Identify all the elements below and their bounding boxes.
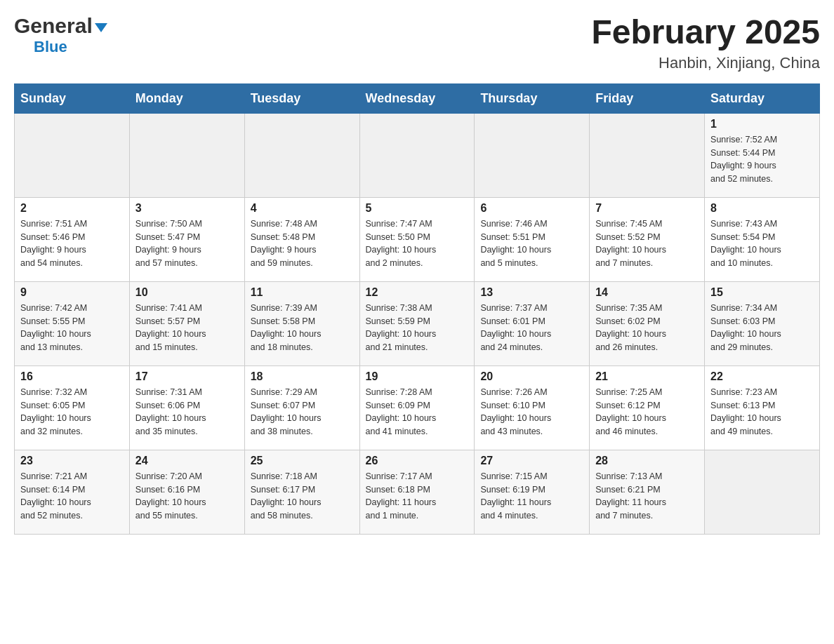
- day-info: Sunrise: 7:17 AM Sunset: 6:18 PM Dayligh…: [366, 470, 469, 523]
- day-info: Sunrise: 7:51 AM Sunset: 5:46 PM Dayligh…: [20, 217, 124, 270]
- calendar-cell: 26Sunrise: 7:17 AM Sunset: 6:18 PM Dayli…: [359, 450, 475, 534]
- calendar-cell: [244, 113, 359, 197]
- page-header: General Blue February 2025 Hanbin, Xinji…: [14, 14, 820, 72]
- day-number: 24: [135, 455, 239, 467]
- day-number: 22: [710, 370, 814, 383]
- day-info: Sunrise: 7:15 AM Sunset: 6:19 PM Dayligh…: [480, 470, 583, 523]
- calendar-cell: [590, 113, 705, 197]
- day-info: Sunrise: 7:31 AM Sunset: 6:06 PM Dayligh…: [135, 386, 239, 438]
- calendar-cell: 22Sunrise: 7:23 AM Sunset: 6:13 PM Dayli…: [705, 365, 820, 450]
- location-text: Hanbin, Xinjiang, China: [591, 54, 820, 72]
- day-info: Sunrise: 7:18 AM Sunset: 6:17 PM Dayligh…: [251, 470, 354, 523]
- day-number: 17: [135, 370, 239, 383]
- day-info: Sunrise: 7:32 AM Sunset: 6:05 PM Dayligh…: [20, 386, 124, 438]
- day-number: 15: [710, 286, 814, 299]
- day-number: 6: [480, 202, 583, 215]
- day-info: Sunrise: 7:46 AM Sunset: 5:51 PM Dayligh…: [480, 217, 583, 270]
- day-info: Sunrise: 7:35 AM Sunset: 6:02 PM Dayligh…: [595, 302, 699, 354]
- day-info: Sunrise: 7:50 AM Sunset: 5:47 PM Dayligh…: [135, 217, 239, 270]
- day-number: 1: [710, 118, 814, 130]
- calendar-cell: 11Sunrise: 7:39 AM Sunset: 5:58 PM Dayli…: [244, 281, 359, 365]
- calendar-week-2: 2Sunrise: 7:51 AM Sunset: 5:46 PM Daylig…: [15, 197, 820, 281]
- day-info: Sunrise: 7:39 AM Sunset: 5:58 PM Dayligh…: [251, 302, 354, 354]
- calendar-cell: 7Sunrise: 7:45 AM Sunset: 5:52 PM Daylig…: [590, 197, 705, 281]
- calendar-cell: 8Sunrise: 7:43 AM Sunset: 5:54 PM Daylig…: [705, 197, 820, 281]
- calendar-week-5: 23Sunrise: 7:21 AM Sunset: 6:14 PM Dayli…: [15, 450, 820, 534]
- calendar-cell: 20Sunrise: 7:26 AM Sunset: 6:10 PM Dayli…: [475, 365, 590, 450]
- day-info: Sunrise: 7:23 AM Sunset: 6:13 PM Dayligh…: [710, 386, 814, 438]
- day-info: Sunrise: 7:41 AM Sunset: 5:57 PM Dayligh…: [135, 302, 239, 354]
- calendar-cell: 18Sunrise: 7:29 AM Sunset: 6:07 PM Dayli…: [244, 365, 359, 450]
- day-number: 13: [480, 286, 583, 299]
- weekday-header-tuesday: Tuesday: [244, 83, 359, 113]
- calendar-cell: 16Sunrise: 7:32 AM Sunset: 6:05 PM Dayli…: [15, 365, 130, 450]
- logo-triangle-icon: [95, 23, 107, 32]
- day-number: 2: [20, 202, 124, 215]
- day-info: Sunrise: 7:52 AM Sunset: 5:44 PM Dayligh…: [710, 133, 814, 186]
- calendar-cell: [359, 113, 475, 197]
- calendar-cell: 27Sunrise: 7:15 AM Sunset: 6:19 PM Dayli…: [475, 450, 590, 534]
- day-number: 7: [595, 202, 699, 215]
- logo-blue-text: Blue: [14, 38, 67, 56]
- calendar-header: SundayMondayTuesdayWednesdayThursdayFrid…: [15, 83, 820, 113]
- weekday-header-monday: Monday: [129, 83, 244, 113]
- calendar-cell: 14Sunrise: 7:35 AM Sunset: 6:02 PM Dayli…: [590, 281, 705, 365]
- day-number: 8: [710, 202, 814, 215]
- weekday-header-friday: Friday: [590, 83, 705, 113]
- day-number: 4: [251, 202, 354, 215]
- day-number: 16: [20, 370, 124, 383]
- day-number: 27: [480, 455, 583, 467]
- day-info: Sunrise: 7:45 AM Sunset: 5:52 PM Dayligh…: [595, 217, 699, 270]
- day-number: 26: [366, 455, 469, 467]
- calendar-cell: 15Sunrise: 7:34 AM Sunset: 6:03 PM Dayli…: [705, 281, 820, 365]
- weekday-header-sunday: Sunday: [15, 83, 130, 113]
- day-info: Sunrise: 7:13 AM Sunset: 6:21 PM Dayligh…: [595, 470, 699, 523]
- weekday-header-wednesday: Wednesday: [359, 83, 475, 113]
- day-number: 14: [595, 286, 699, 299]
- calendar-cell: [475, 113, 590, 197]
- calendar-body: 1Sunrise: 7:52 AM Sunset: 5:44 PM Daylig…: [15, 113, 820, 534]
- calendar-week-3: 9Sunrise: 7:42 AM Sunset: 5:55 PM Daylig…: [15, 281, 820, 365]
- day-info: Sunrise: 7:29 AM Sunset: 6:07 PM Dayligh…: [251, 386, 354, 438]
- day-info: Sunrise: 7:34 AM Sunset: 6:03 PM Dayligh…: [710, 302, 814, 354]
- day-info: Sunrise: 7:21 AM Sunset: 6:14 PM Dayligh…: [20, 470, 124, 523]
- calendar-cell: 2Sunrise: 7:51 AM Sunset: 5:46 PM Daylig…: [15, 197, 130, 281]
- calendar-cell: 19Sunrise: 7:28 AM Sunset: 6:09 PM Dayli…: [359, 365, 475, 450]
- weekday-header-thursday: Thursday: [475, 83, 590, 113]
- day-number: 9: [20, 286, 124, 299]
- calendar-cell: 24Sunrise: 7:20 AM Sunset: 6:16 PM Dayli…: [129, 450, 244, 534]
- calendar-cell: 28Sunrise: 7:13 AM Sunset: 6:21 PM Dayli…: [590, 450, 705, 534]
- month-title: February 2025: [591, 14, 820, 51]
- day-info: Sunrise: 7:42 AM Sunset: 5:55 PM Dayligh…: [20, 302, 124, 354]
- calendar-cell: 6Sunrise: 7:46 AM Sunset: 5:51 PM Daylig…: [475, 197, 590, 281]
- day-number: 3: [135, 202, 239, 215]
- calendar-cell: [129, 113, 244, 197]
- calendar-week-1: 1Sunrise: 7:52 AM Sunset: 5:44 PM Daylig…: [15, 113, 820, 197]
- calendar-cell: 9Sunrise: 7:42 AM Sunset: 5:55 PM Daylig…: [15, 281, 130, 365]
- day-number: 21: [595, 370, 699, 383]
- calendar-table: SundayMondayTuesdayWednesdayThursdayFrid…: [14, 83, 820, 535]
- day-number: 5: [366, 202, 469, 215]
- calendar-cell: 3Sunrise: 7:50 AM Sunset: 5:47 PM Daylig…: [129, 197, 244, 281]
- day-number: 19: [366, 370, 469, 383]
- day-info: Sunrise: 7:37 AM Sunset: 6:01 PM Dayligh…: [480, 302, 583, 354]
- calendar-cell: 17Sunrise: 7:31 AM Sunset: 6:06 PM Dayli…: [129, 365, 244, 450]
- calendar-cell: 10Sunrise: 7:41 AM Sunset: 5:57 PM Dayli…: [129, 281, 244, 365]
- day-info: Sunrise: 7:26 AM Sunset: 6:10 PM Dayligh…: [480, 386, 583, 438]
- day-info: Sunrise: 7:43 AM Sunset: 5:54 PM Dayligh…: [710, 217, 814, 270]
- day-info: Sunrise: 7:28 AM Sunset: 6:09 PM Dayligh…: [366, 386, 469, 438]
- calendar-cell: 5Sunrise: 7:47 AM Sunset: 5:50 PM Daylig…: [359, 197, 475, 281]
- calendar-cell: [705, 450, 820, 534]
- title-block: February 2025 Hanbin, Xinjiang, China: [591, 14, 820, 72]
- weekday-header-row: SundayMondayTuesdayWednesdayThursdayFrid…: [15, 83, 820, 113]
- day-info: Sunrise: 7:47 AM Sunset: 5:50 PM Dayligh…: [366, 217, 469, 270]
- calendar-cell: 13Sunrise: 7:37 AM Sunset: 6:01 PM Dayli…: [475, 281, 590, 365]
- calendar-cell: 23Sunrise: 7:21 AM Sunset: 6:14 PM Dayli…: [15, 450, 130, 534]
- day-info: Sunrise: 7:38 AM Sunset: 5:59 PM Dayligh…: [366, 302, 469, 354]
- day-info: Sunrise: 7:25 AM Sunset: 6:12 PM Dayligh…: [595, 386, 699, 438]
- day-info: Sunrise: 7:20 AM Sunset: 6:16 PM Dayligh…: [135, 470, 239, 523]
- calendar-cell: 21Sunrise: 7:25 AM Sunset: 6:12 PM Dayli…: [590, 365, 705, 450]
- day-number: 12: [366, 286, 469, 299]
- calendar-cell: 25Sunrise: 7:18 AM Sunset: 6:17 PM Dayli…: [244, 450, 359, 534]
- day-number: 25: [251, 455, 354, 467]
